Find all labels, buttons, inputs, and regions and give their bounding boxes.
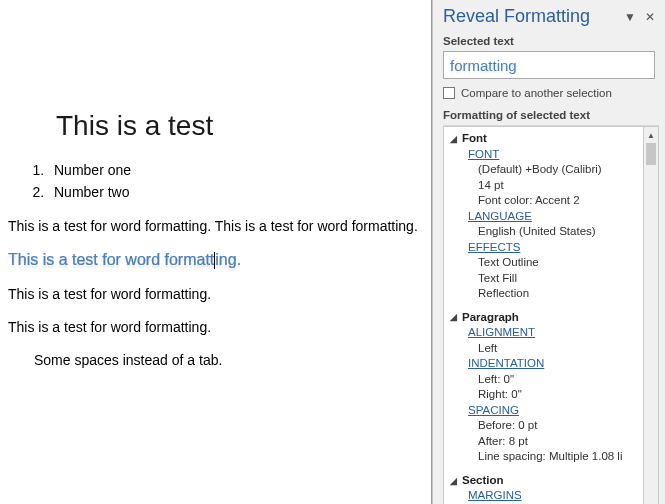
selected-text-preview[interactable]	[443, 51, 655, 79]
panel-title: Reveal Formatting	[443, 6, 590, 27]
compare-label: Compare to another selection	[461, 87, 612, 99]
panel-header: Reveal Formatting ▼ ✕	[433, 0, 665, 31]
body-paragraph[interactable]: This is a test for word formatting.	[8, 285, 423, 304]
collapse-icon[interactable]: ◢	[448, 311, 458, 323]
panel-controls: ▼ ✕	[623, 10, 657, 24]
tree-value: Text Outline	[448, 255, 643, 271]
paragraph-group-header[interactable]: ◢ Paragraph	[448, 308, 643, 326]
effects-link[interactable]: EFFECTS	[448, 240, 643, 256]
spacing-link[interactable]: SPACING	[448, 403, 643, 419]
text-run[interactable]: This is a test for word formatt	[8, 251, 214, 268]
font-link[interactable]: FONT	[448, 147, 643, 163]
tree-value: After: 8 pt	[448, 434, 643, 450]
body-paragraph-indented[interactable]: Some spaces instead of a tab.	[34, 351, 423, 370]
scroll-track[interactable]	[644, 143, 658, 503]
alignment-link[interactable]: ALIGNMENT	[448, 325, 643, 341]
tree-value: Left: 0"	[448, 372, 643, 388]
list-item[interactable]: Number two	[48, 182, 423, 202]
body-paragraph[interactable]: This is a test for word formatting. This…	[8, 217, 423, 236]
group-label: Paragraph	[462, 310, 519, 326]
formatted-paragraph[interactable]: This is a test for word formatting.	[8, 249, 423, 271]
tree-value: Left	[448, 341, 643, 357]
numbered-list[interactable]: Number one Number two	[18, 160, 423, 203]
tree-value: Before: 0 pt	[448, 418, 643, 434]
formatting-section-label: Formatting of selected text	[433, 105, 665, 125]
font-group-header[interactable]: ◢ Font	[448, 129, 643, 147]
margins-link[interactable]: MARGINS	[448, 488, 643, 504]
language-link[interactable]: LANGUAGE	[448, 209, 643, 225]
selected-text-label: Selected text	[433, 31, 665, 51]
tree-value: Font color: Accent 2	[448, 193, 643, 209]
reveal-formatting-panel: Reveal Formatting ▼ ✕ Selected text Comp…	[432, 0, 665, 504]
indentation-link[interactable]: INDENTATION	[448, 356, 643, 372]
tree-value: Right: 0"	[448, 387, 643, 403]
section-group-header[interactable]: ◢ Section	[448, 471, 643, 489]
close-icon[interactable]: ✕	[643, 10, 657, 24]
tree-value: Reflection	[448, 286, 643, 302]
tree-value: Text Fill	[448, 271, 643, 287]
text-run[interactable]: ing.	[215, 251, 241, 268]
heading-1[interactable]: This is a test	[56, 110, 423, 142]
document-page[interactable]: This is a test Number one Number two Thi…	[0, 0, 432, 504]
list-item[interactable]: Number one	[48, 160, 423, 180]
tree-value: Line spacing: Multiple 1.08 li	[448, 449, 643, 465]
body-paragraph[interactable]: This is a test for word formatting.	[8, 318, 423, 337]
collapse-icon[interactable]: ◢	[448, 475, 458, 487]
compare-checkbox[interactable]	[443, 87, 455, 99]
formatting-tree: ◢ Font FONT (Default) +Body (Calibri) 14…	[443, 126, 643, 504]
tree-value: 14 pt	[448, 178, 643, 194]
scroll-up-icon[interactable]: ▲	[644, 127, 658, 143]
scroll-thumb[interactable]	[646, 143, 656, 165]
compare-row: Compare to another selection	[433, 85, 665, 105]
tree-value: (Default) +Body (Calibri)	[448, 162, 643, 178]
collapse-icon[interactable]: ◢	[448, 133, 458, 145]
text-cursor	[214, 252, 215, 269]
vertical-scrollbar[interactable]: ▲ ▼	[643, 126, 659, 504]
tree-value: English (United States)	[448, 224, 643, 240]
group-label: Section	[462, 473, 504, 489]
group-label: Font	[462, 131, 487, 147]
panel-menu-icon[interactable]: ▼	[623, 10, 637, 24]
